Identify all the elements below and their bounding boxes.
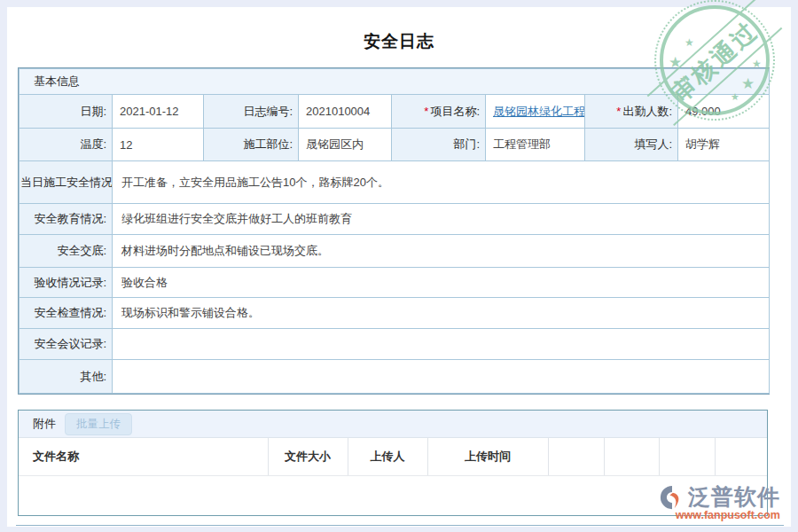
col-empty	[548, 438, 604, 476]
department-value: 工程管理部	[486, 129, 585, 161]
acceptance-record-label: 验收情况记录:	[20, 268, 113, 298]
table-row: 安全检查情况: 现场标识和警示铺设合格。	[20, 298, 770, 329]
log-number-value: 2021010004	[299, 95, 392, 129]
main-panel: 安全日志 基本信息 日期: 2021-01-12 日志编号: 202101000…	[7, 7, 791, 527]
writer-value: 胡学辉	[678, 129, 770, 161]
project-name-label: *项目名称:	[392, 95, 486, 129]
table-row: 安全交底: 材料进场时分配地点和铺设已现场交底。	[20, 235, 770, 268]
attendance-value: 49.000	[678, 95, 770, 129]
safety-inspection-value: 现场标识和警示铺设合格。	[113, 298, 770, 329]
safety-briefing-value: 材料进场时分配地点和铺设已现场交底。	[113, 235, 770, 268]
department-label: 部门:	[392, 129, 486, 161]
attachments-section: 附件 批量上传 文件名称 文件大小 上传人 上传时间	[18, 410, 768, 516]
attachments-table: 文件名称 文件大小 上传人 上传时间	[19, 438, 767, 476]
brand-name: 泛普软件	[688, 482, 780, 512]
project-name-cell: 晟铭园林绿化工程	[486, 95, 585, 129]
required-mark: *	[424, 105, 428, 118]
acceptance-record-value: 验收合格	[113, 268, 770, 298]
daily-safety-value: 开工准备，立安全用品施工公告10个，路标牌20个。	[113, 161, 770, 204]
page-title: 安全日志	[7, 30, 791, 53]
attendance-label: *出勤人数:	[585, 95, 678, 129]
col-empty	[604, 438, 659, 476]
batch-upload-button[interactable]: 批量上传	[65, 413, 132, 435]
table-row: 其他:	[20, 360, 770, 394]
table-row: 当日施工安全情况: 开工准备，立安全用品施工公告10个，路标牌20个。	[20, 161, 770, 204]
fanpu-logo-icon	[660, 485, 685, 510]
project-name-link[interactable]: 晟铭园林绿化工程	[493, 105, 585, 118]
bottom-divider	[16, 525, 784, 526]
col-empty	[715, 438, 767, 476]
table-row: 日期: 2021-01-12 日志编号: 2021010004 *项目名称: 晟…	[20, 95, 770, 129]
safety-briefing-label: 安全交底:	[20, 235, 113, 268]
other-value	[113, 360, 770, 394]
date-label: 日期:	[20, 95, 113, 129]
table-row: 验收情况记录: 验收合格	[20, 268, 770, 298]
safety-education-label: 安全教育情况:	[20, 204, 113, 235]
writer-label: 填写人:	[585, 129, 678, 161]
brand-watermark: 泛普软件 www.fanpusoft.com	[660, 482, 780, 521]
col-empty	[659, 438, 715, 476]
col-upload-time: 上传时间	[427, 438, 548, 476]
temperature-value: 12	[113, 129, 204, 161]
required-mark: *	[616, 105, 621, 118]
col-file-name: 文件名称	[19, 438, 268, 476]
safety-meeting-value	[113, 329, 770, 360]
log-number-label: 日志编号:	[204, 95, 299, 129]
safety-education-value: 绿化班组进行安全交底并做好工人的班前教育	[113, 204, 770, 235]
other-label: 其他:	[20, 360, 113, 394]
table-row: 安全会议记录:	[20, 329, 770, 360]
table-row: 安全教育情况: 绿化班组进行安全交底并做好工人的班前教育	[20, 204, 770, 235]
safety-meeting-label: 安全会议记录:	[20, 329, 113, 360]
attachments-empty-area	[19, 476, 767, 517]
basic-info-table: 基本信息 日期: 2021-01-12 日志编号: 2021010004 *项目…	[18, 67, 770, 395]
brand-url: www.fanpusoft.com	[660, 509, 780, 521]
construction-part-label: 施工部位:	[204, 129, 299, 161]
construction-part-value: 晟铭园区内	[299, 129, 392, 161]
attachments-label: 附件	[33, 416, 56, 432]
col-uploader: 上传人	[348, 438, 427, 476]
temperature-label: 温度:	[20, 129, 113, 161]
table-row: 温度: 12 施工部位: 晟铭园区内 部门: 工程管理部 填写人: 胡学辉	[20, 129, 770, 161]
date-value: 2021-01-12	[113, 95, 204, 129]
safety-inspection-label: 安全检查情况:	[20, 298, 113, 329]
basic-info-section-header: 基本信息	[20, 69, 770, 95]
daily-safety-label: 当日施工安全情况:	[20, 161, 113, 204]
col-file-size: 文件大小	[268, 438, 348, 476]
